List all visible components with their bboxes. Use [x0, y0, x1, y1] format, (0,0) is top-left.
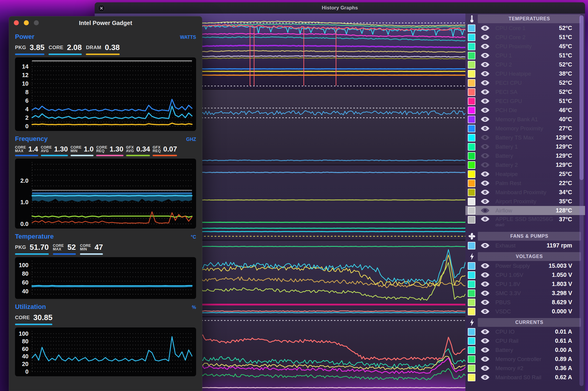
- eye-toggle-icon[interactable]: [480, 207, 490, 214]
- sensor-row[interactable]: Mainboard Proximity34°C: [465, 188, 585, 197]
- eye-toggle-icon[interactable]: [480, 216, 490, 222]
- eye-toggle-icon[interactable]: [480, 242, 490, 249]
- sensor-row[interactable]: CPU 252°C: [465, 60, 585, 69]
- eye-toggle-icon[interactable]: [480, 290, 490, 296]
- sensor-row[interactable]: Memory Controller0.89 A: [465, 355, 585, 364]
- sensor-row[interactable]: Battery 1129°C: [465, 142, 585, 151]
- color-swatch[interactable]: [468, 52, 475, 59]
- color-swatch[interactable]: [468, 337, 475, 345]
- sensor-row[interactable]: PECI GPU51°C: [465, 96, 585, 106]
- eye-toggle-icon[interactable]: [480, 189, 490, 195]
- eye-toggle-icon[interactable]: [480, 281, 490, 287]
- section-header-fans[interactable]: FANS & PUMPS: [465, 232, 585, 241]
- color-swatch[interactable]: [468, 374, 475, 381]
- eye-toggle-icon[interactable]: [480, 34, 490, 40]
- sensor-row[interactable]: PECI CPU52°C: [465, 78, 585, 87]
- eye-toggle-icon[interactable]: [480, 263, 490, 269]
- sensor-row[interactable]: CPU Core 251°C: [465, 33, 585, 42]
- ipg-titlebar[interactable]: Intel Power Gadget: [9, 16, 202, 29]
- sensor-row[interactable]: Heatpipe25°C: [465, 169, 585, 179]
- color-swatch[interactable]: [468, 365, 475, 372]
- color-swatch[interactable]: [468, 170, 475, 178]
- eye-toggle-icon[interactable]: [480, 25, 490, 31]
- eye-toggle-icon[interactable]: [480, 116, 490, 122]
- eye-toggle-icon[interactable]: [480, 144, 490, 150]
- eye-toggle-icon[interactable]: [480, 153, 490, 159]
- color-swatch[interactable]: [468, 242, 475, 249]
- color-swatch[interactable]: [468, 216, 475, 224]
- sensor-row[interactable]: Battery0.00 A: [465, 345, 585, 355]
- sensor-row[interactable]: CPU Proximity45°C: [465, 42, 585, 51]
- sensor-row[interactable]: CPU Rail0.61 A: [465, 336, 585, 345]
- color-swatch[interactable]: [468, 34, 475, 41]
- color-swatch[interactable]: [468, 262, 475, 270]
- eye-toggle-icon[interactable]: [480, 107, 490, 113]
- color-swatch[interactable]: [468, 125, 475, 132]
- color-swatch[interactable]: [468, 289, 475, 297]
- color-swatch[interactable]: [468, 143, 475, 151]
- sensor-row[interactable]: Battery 2129°C: [465, 160, 585, 169]
- sensor-row[interactable]: PECI SA52°C: [465, 87, 585, 96]
- eye-toggle-icon[interactable]: [480, 272, 490, 278]
- eye-toggle-icon[interactable]: [480, 43, 490, 49]
- color-swatch[interactable]: [468, 70, 475, 78]
- sensor-row[interactable]: CPU 1.8V1.803 V: [465, 279, 585, 289]
- eye-toggle-icon[interactable]: [480, 52, 490, 59]
- color-swatch[interactable]: [468, 134, 475, 142]
- scrollbar-thumb[interactable]: [579, 15, 584, 180]
- eye-toggle-icon[interactable]: [480, 198, 490, 204]
- sensor-row[interactable]: APPLE SSD SM0256Gdisk037°C: [465, 215, 585, 230]
- color-swatch[interactable]: [468, 308, 475, 315]
- eye-toggle-icon[interactable]: [480, 329, 490, 335]
- sensor-row[interactable]: SMC 3.3V3.298 V: [465, 289, 585, 298]
- sensor-row[interactable]: CPU IO0.01 A: [465, 327, 585, 336]
- eye-toggle-icon[interactable]: [480, 71, 490, 77]
- sensor-row[interactable]: Airport Proximity35°C: [465, 197, 585, 206]
- sensor-row[interactable]: Memory #20.36 A: [465, 364, 585, 373]
- color-swatch[interactable]: [468, 107, 475, 114]
- sensor-row[interactable]: Mainboard S0 Rail0.62 A: [465, 373, 585, 382]
- color-swatch[interactable]: [468, 328, 475, 336]
- eye-toggle-icon[interactable]: [480, 356, 490, 362]
- color-swatch[interactable]: [468, 189, 475, 196]
- sensor-row[interactable]: PCH Die46°C: [465, 106, 585, 115]
- color-swatch[interactable]: [468, 271, 475, 279]
- color-swatch[interactable]: [468, 299, 475, 306]
- eye-toggle-icon[interactable]: [480, 98, 490, 104]
- sensor-row[interactable]: CPU Core 152°C: [465, 24, 585, 33]
- eye-toggle-icon[interactable]: [480, 180, 490, 186]
- color-swatch[interactable]: [468, 43, 475, 50]
- eye-toggle-icon[interactable]: [480, 365, 490, 371]
- color-swatch[interactable]: [468, 355, 475, 363]
- sensor-row[interactable]: Memory Bank A140°C: [465, 115, 585, 124]
- history-titlebar[interactable]: History Graphs: [95, 2, 585, 14]
- eye-toggle-icon[interactable]: [480, 299, 490, 305]
- section-header-temperatures[interactable]: TEMPERATURES: [465, 14, 585, 24]
- sensor-row[interactable]: PBUS8.629 V: [465, 298, 585, 307]
- eye-toggle-icon[interactable]: [480, 171, 490, 177]
- eye-toggle-icon[interactable]: [480, 125, 490, 132]
- section-header-currents[interactable]: CURRENTS: [465, 318, 585, 327]
- eye-toggle-icon[interactable]: [480, 347, 490, 353]
- eye-toggle-icon[interactable]: [480, 374, 490, 380]
- color-swatch[interactable]: [468, 24, 475, 32]
- color-swatch[interactable]: [468, 79, 475, 87]
- eye-toggle-icon[interactable]: [480, 338, 490, 344]
- eye-toggle-icon[interactable]: [480, 308, 490, 315]
- sensor-row[interactable]: Meomory Proximity27°C: [465, 124, 585, 133]
- color-swatch[interactable]: [468, 198, 475, 205]
- sensor-row[interactable]: Airflow128°C: [465, 206, 585, 215]
- sensor-row[interactable]: Battery129°C: [465, 151, 585, 160]
- color-swatch[interactable]: [468, 61, 475, 69]
- sensor-row[interactable]: CPU Heatpipe38°C: [465, 69, 585, 78]
- color-swatch[interactable]: [468, 179, 475, 187]
- color-swatch[interactable]: [468, 207, 475, 214]
- color-swatch[interactable]: [468, 280, 475, 288]
- color-swatch[interactable]: [468, 97, 475, 105]
- eye-toggle-icon[interactable]: [480, 89, 490, 95]
- eye-toggle-icon[interactable]: [480, 61, 490, 68]
- eye-toggle-icon[interactable]: [480, 80, 490, 86]
- color-swatch[interactable]: [468, 152, 475, 160]
- color-swatch[interactable]: [468, 346, 475, 354]
- color-swatch[interactable]: [468, 116, 475, 123]
